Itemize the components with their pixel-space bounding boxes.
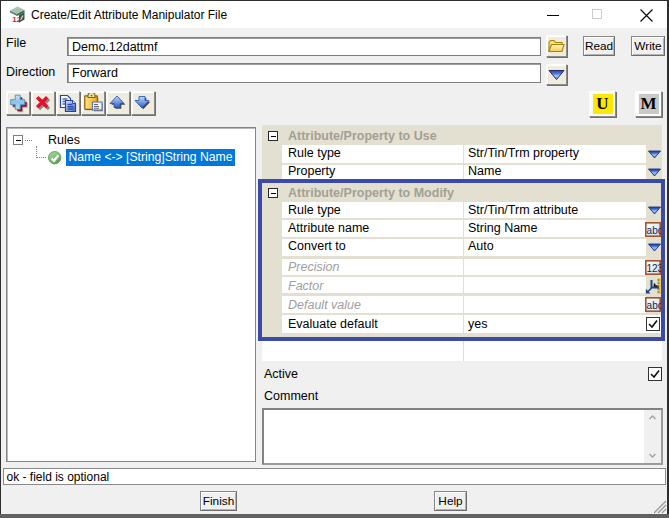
svg-text:12: 12 [12,15,21,24]
